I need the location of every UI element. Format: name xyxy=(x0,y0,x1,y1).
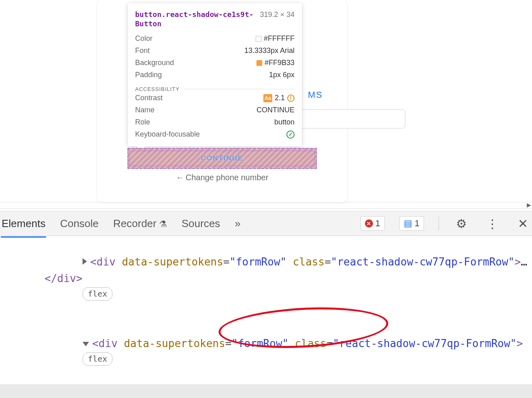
flex-badge[interactable]: flex xyxy=(83,287,112,301)
tooltip-row-font: Font 13.3333px Arial xyxy=(135,45,295,57)
check-icon: ✓ xyxy=(286,131,295,139)
tabs-overflow[interactable]: » xyxy=(235,216,240,232)
resend-sms-fragment[interactable]: MS xyxy=(308,90,323,100)
page-preview: MS button.react-shadow-ce1s9t-Button 319… xyxy=(0,0,532,202)
swatch-orange xyxy=(256,60,262,66)
tooltip-row-name: Name CONTINUE xyxy=(135,104,295,116)
arrow-left-icon: ← xyxy=(176,173,184,182)
pane-divider-2 xyxy=(0,208,532,209)
expand-icon[interactable] xyxy=(83,258,87,265)
code-input-outline[interactable] xyxy=(284,109,405,128)
dom-node-formrow-2[interactable]: <div data-supertokens="formRow" class="r… xyxy=(0,319,532,384)
viewport: MS button.react-shadow-ce1s9t-Button 319… xyxy=(0,0,532,398)
flex-badge[interactable]: flex xyxy=(83,352,112,366)
warning-icon: ! xyxy=(287,95,295,102)
contrast-aa-badge: Aa xyxy=(263,94,272,102)
tooltip-row-contrast: Contrast Aa 2.1 ! xyxy=(135,92,295,104)
flask-icon: ⚗ xyxy=(159,219,167,229)
tab-recorder[interactable]: Recorder⚗ xyxy=(113,216,167,232)
swatch-white xyxy=(256,36,261,42)
tab-console[interactable]: Console xyxy=(60,216,98,232)
tooltip-row-color: Color #FFFFFF xyxy=(135,33,295,45)
tooltip-dimensions: 319.2 × 34 xyxy=(260,10,295,19)
tooltip-a11y-heading: ACCESSIBILITY xyxy=(135,86,295,92)
pane-divider[interactable] xyxy=(0,202,532,202)
close-icon[interactable]: ✕ xyxy=(515,217,530,231)
elements-tree[interactable]: <div data-supertokens="formRow" class="r… xyxy=(0,236,532,398)
message-icon: ▤ xyxy=(404,218,412,229)
error-icon: ✕ xyxy=(365,219,373,227)
tab-elements[interactable]: Elements xyxy=(2,216,45,232)
auth-card: MS button.react-shadow-ce1s9t-Button 319… xyxy=(97,0,347,202)
tabbar-divider xyxy=(439,217,439,230)
tooltip-row-padding: Padding 1px 6px xyxy=(135,69,295,81)
pane-scroll-right-icon[interactable]: ▶ xyxy=(527,202,531,208)
tooltip-row-background: Background #FF9B33 xyxy=(135,57,295,69)
tooltip-selector: button.react-shadow-ce1s9t-Button xyxy=(135,10,255,29)
devtools-tabbar: Elements Console Recorder⚗ Sources » ✕ 1… xyxy=(0,211,532,236)
tooltip-row-role: Role button xyxy=(135,116,295,128)
dom-node-formrow-1[interactable]: <div data-supertokens="formRow" class="r… xyxy=(0,238,532,319)
continue-button-label: CONTINUE xyxy=(201,154,244,162)
tooltip-row-kbd: Keyboard-focusable ✓ xyxy=(135,128,295,141)
continue-button[interactable]: CONTINUE xyxy=(129,151,315,166)
message-counter[interactable]: ▤ 1 xyxy=(399,216,424,231)
tab-sources[interactable]: Sources xyxy=(182,216,220,232)
inspector-highlight: CONTINUE xyxy=(127,148,317,169)
gear-icon[interactable]: ⚙ xyxy=(454,217,469,231)
error-counter[interactable]: ✕ 1 xyxy=(360,216,385,231)
change-phone-link[interactable]: ←Change phone number xyxy=(97,173,347,182)
dom-node-button-selected[interactable]: <button type="submit" data-supertokens="… xyxy=(0,384,532,398)
kebab-icon[interactable]: ⋮ xyxy=(484,217,501,231)
collapse-icon[interactable] xyxy=(83,342,89,346)
inspector-tooltip: button.react-shadow-ce1s9t-Button 319.2 … xyxy=(128,3,302,146)
